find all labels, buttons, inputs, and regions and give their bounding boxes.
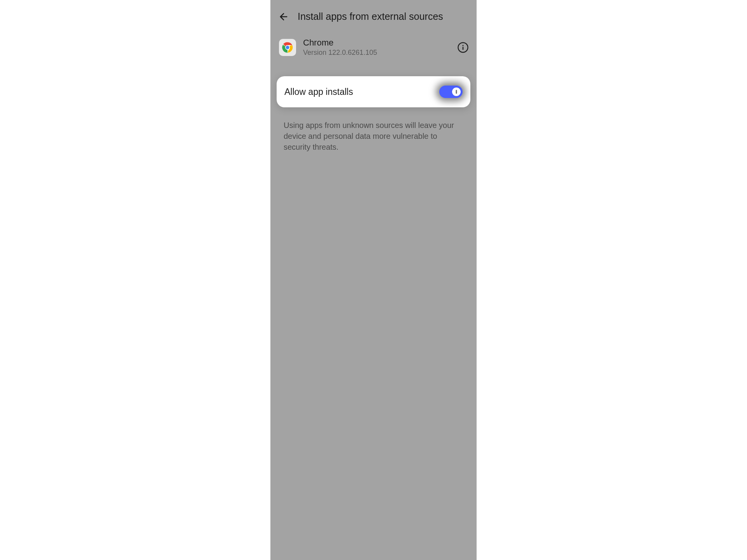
- settings-screen: Install apps from external sources Chrom…: [270, 0, 477, 560]
- toggle-label: Allow app installs: [284, 87, 353, 97]
- app-name: Chrome: [303, 38, 450, 48]
- app-info: Chrome Version 122.0.6261.105: [303, 38, 450, 57]
- page-title: Install apps from external sources: [298, 11, 443, 22]
- app-version: Version 122.0.6261.105: [303, 49, 450, 57]
- header: Install apps from external sources: [270, 0, 477, 29]
- info-button[interactable]: [457, 42, 469, 53]
- svg-point-2: [286, 46, 289, 49]
- chrome-app-icon: [279, 39, 296, 56]
- svg-rect-5: [463, 47, 464, 50]
- back-button[interactable]: [278, 11, 289, 22]
- allow-installs-toggle[interactable]: [439, 86, 463, 98]
- back-arrow-icon: [278, 11, 289, 22]
- toggle-knob: [452, 88, 461, 96]
- app-row[interactable]: Chrome Version 122.0.6261.105: [270, 29, 477, 65]
- warning-text: Using apps from unknown sources will lea…: [270, 107, 477, 152]
- chrome-icon: [282, 42, 293, 53]
- allow-installs-row[interactable]: Allow app installs: [277, 76, 470, 107]
- svg-point-4: [463, 45, 464, 46]
- info-icon: [457, 42, 469, 53]
